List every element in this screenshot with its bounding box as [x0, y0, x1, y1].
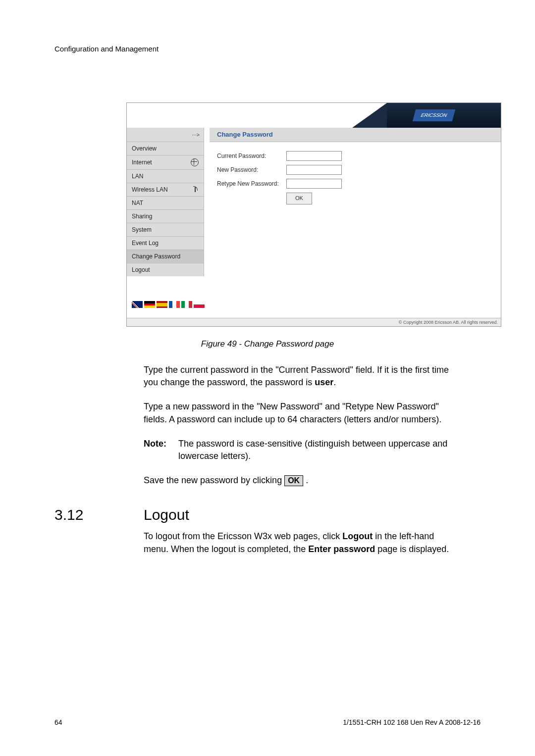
- paragraph-logout: To logout from the Ericsson W3x web page…: [144, 530, 451, 555]
- globe-icon: [191, 158, 199, 166]
- screenshot-footer: © Copyright 2008 Ericsson AB. All rights…: [127, 318, 501, 326]
- retype-password-row: Retype New Password:: [217, 179, 493, 189]
- section-number: 3.12: [54, 506, 144, 523]
- paragraph-save: Save the new password by clicking OK .: [144, 474, 451, 487]
- nav-label: Wireless LAN: [132, 186, 168, 193]
- sidebar-nav: ···> Overview Internet LAN Wireless LAN …: [127, 128, 204, 276]
- flag-de-icon[interactable]: [144, 301, 155, 308]
- note-block: Note: The password is case-sensitive (di…: [144, 438, 451, 462]
- nav-label: Change Password: [132, 253, 180, 260]
- text: Type the current password in the "Curren…: [144, 365, 449, 387]
- document-page: Configuration and Management ERICSSON ··…: [0, 0, 535, 756]
- ok-pill: OK: [284, 475, 303, 486]
- flag-fr-icon[interactable]: [169, 301, 180, 308]
- nav-wlan[interactable]: Wireless LAN: [127, 183, 204, 197]
- text-bold: user: [315, 377, 333, 387]
- note-text: The password is case-sensitive (distingu…: [178, 438, 451, 462]
- current-password-label: Current Password:: [217, 152, 286, 159]
- section-heading: 3.12 Logout: [54, 506, 481, 523]
- wifi-icon: [192, 186, 199, 193]
- nav-system[interactable]: System: [127, 223, 204, 237]
- note-label: Note:: [144, 438, 178, 462]
- nav-overview[interactable]: Overview: [127, 142, 204, 155]
- nav-nat[interactable]: NAT: [127, 197, 204, 210]
- figure-screenshot: ERICSSON ···> Overview Internet LAN Wire…: [126, 102, 501, 327]
- nav-label: Overview: [132, 145, 157, 152]
- nav-label: System: [132, 226, 152, 233]
- nav-label: Event Log: [132, 240, 159, 247]
- ok-button[interactable]: OK: [286, 193, 312, 204]
- nav-change-password[interactable]: Change Password: [127, 250, 204, 263]
- language-flags: [127, 276, 210, 318]
- flag-pl-icon[interactable]: [194, 301, 205, 308]
- content-title: Change Password: [210, 128, 501, 142]
- doc-id: 1/1551-CRH 102 168 Uen Rev A 2008-12-16: [343, 718, 481, 726]
- flag-uk-icon[interactable]: [132, 301, 143, 308]
- paragraph-1: Type the current password in the "Curren…: [144, 364, 451, 389]
- screenshot-content: Change Password Current Password: New Pa…: [210, 128, 501, 318]
- nav-label: NAT: [132, 200, 143, 206]
- screenshot-topbar: ERICSSON: [127, 103, 501, 128]
- page-number: 64: [54, 718, 62, 726]
- current-password-input[interactable]: [286, 151, 342, 161]
- new-password-input[interactable]: [286, 165, 342, 175]
- flag-es-icon[interactable]: [157, 301, 167, 308]
- figure-caption: Figure 49 - Change Password page: [54, 339, 481, 349]
- text: .: [303, 475, 308, 485]
- brand-banner: ERICSSON: [387, 103, 501, 128]
- flag-it-icon[interactable]: [181, 301, 192, 308]
- current-password-row: Current Password:: [217, 151, 493, 161]
- text: To logout from the Ericsson W3x web page…: [144, 531, 342, 541]
- paragraph-2: Type a new password in the "New Password…: [144, 401, 451, 425]
- nav-label: Internet: [132, 159, 152, 166]
- nav-label: LAN: [132, 173, 143, 180]
- password-form: Current Password: New Password: Retype N…: [210, 142, 501, 213]
- page-footer: 64 1/1551-CRH 102 168 Uen Rev A 2008-12-…: [54, 718, 481, 726]
- nav-logout[interactable]: Logout: [127, 263, 204, 276]
- nav-lan[interactable]: LAN: [127, 170, 204, 183]
- page-header: Configuration and Management: [54, 45, 481, 53]
- nav-sharing[interactable]: Sharing: [127, 210, 204, 223]
- nav-internet[interactable]: Internet: [127, 155, 204, 170]
- new-password-label: New Password:: [217, 166, 286, 173]
- text-bold: Enter password: [308, 544, 375, 554]
- section-title: Logout: [144, 506, 189, 523]
- breadcrumb-arrow-icon: ···>: [127, 128, 204, 142]
- nav-label: Sharing: [132, 213, 152, 220]
- text-bold: Logout: [342, 531, 373, 541]
- retype-password-label: Retype New Password:: [217, 180, 286, 187]
- brand-logo: ERICSSON: [413, 109, 455, 121]
- nav-label: Logout: [132, 266, 150, 273]
- text: page is displayed.: [375, 544, 449, 554]
- text: .: [333, 377, 336, 387]
- nav-eventlog[interactable]: Event Log: [127, 237, 204, 250]
- new-password-row: New Password:: [217, 165, 493, 175]
- screenshot-body: ···> Overview Internet LAN Wireless LAN …: [127, 128, 501, 318]
- text: Save the new password by clicking: [144, 475, 284, 485]
- retype-password-input[interactable]: [286, 179, 342, 189]
